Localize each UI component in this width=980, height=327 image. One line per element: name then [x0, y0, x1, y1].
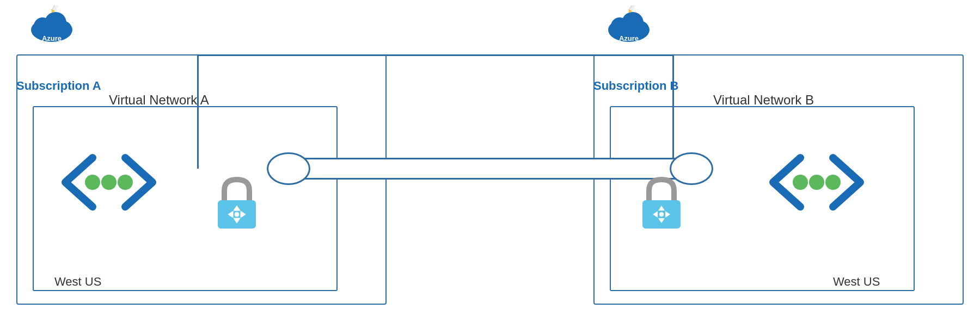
- vpn-gateway-b: [637, 174, 686, 236]
- svg-point-20: [809, 175, 824, 190]
- svg-point-23: [235, 212, 239, 217]
- vnet-a-label: Virtual Network A: [109, 92, 209, 108]
- region-b-label: West US: [833, 275, 880, 289]
- vnet-b-label: Virtual Network B: [713, 92, 814, 108]
- svg-point-19: [793, 175, 808, 190]
- tunnel-left-cap: [267, 152, 310, 185]
- subnet-icon-a: [54, 147, 163, 220]
- vpn-gateway-a: [212, 174, 261, 236]
- azure-b-text: Azure: [619, 34, 639, 42]
- region-a-label: West US: [54, 275, 101, 289]
- tunnel-body: [289, 158, 691, 180]
- svg-point-21: [825, 175, 841, 190]
- subnet-icon-b: [762, 147, 871, 220]
- svg-point-17: [101, 175, 117, 190]
- svg-point-11: [634, 21, 648, 35]
- svg-point-18: [118, 175, 133, 190]
- svg-point-3: [57, 21, 71, 35]
- svg-point-16: [85, 175, 100, 190]
- azure-a-text: Azure: [42, 34, 62, 42]
- diagram-container: Azure Azure Subscription A Subscription …: [0, 0, 980, 327]
- svg-point-29: [659, 212, 664, 217]
- azure-icon-b: Azure: [604, 5, 653, 44]
- azure-icon-a: Azure: [27, 5, 76, 44]
- subscription-b-label: Subscription B: [593, 79, 678, 93]
- subscription-a-label: Subscription A: [16, 79, 101, 93]
